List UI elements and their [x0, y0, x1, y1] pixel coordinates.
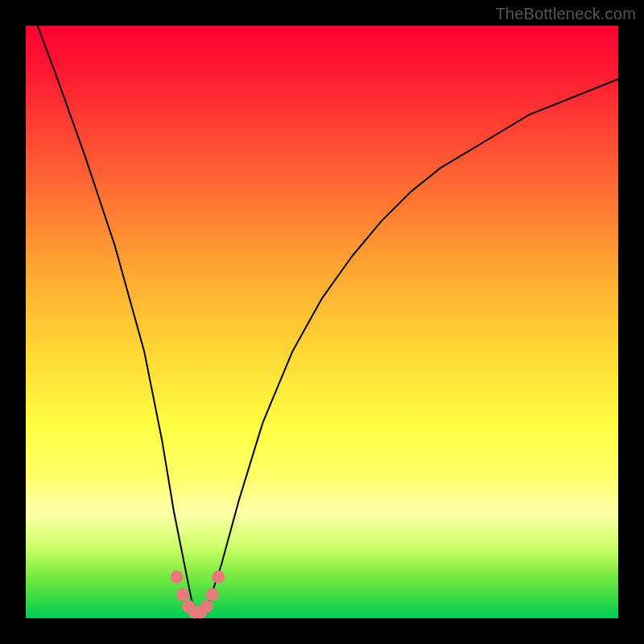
highlight-dot: [200, 600, 213, 613]
highlight-dots: [171, 571, 225, 619]
highlight-dot: [206, 588, 219, 601]
highlight-dot: [212, 571, 225, 584]
curve-svg: [26, 26, 618, 618]
outer-frame: TheBottleneck.com: [0, 0, 644, 644]
bottleneck-curve: [38, 26, 618, 613]
highlight-dot: [171, 571, 184, 584]
watermark-text: TheBottleneck.com: [495, 5, 636, 23]
highlight-dot: [176, 588, 189, 601]
plot-area: [26, 26, 618, 618]
